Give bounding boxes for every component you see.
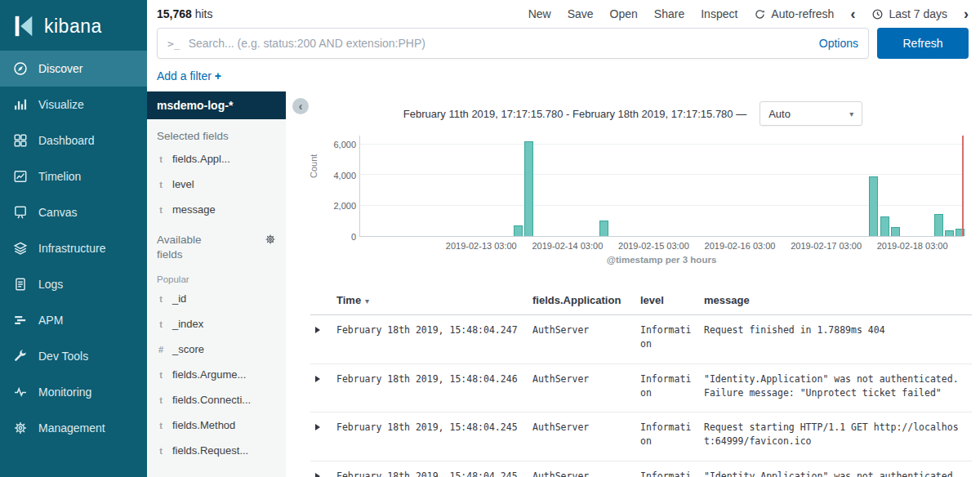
sidebar-item-timelion[interactable]: Timelion (0, 158, 147, 194)
heartbeat-icon (13, 385, 28, 399)
sidebar-item-monitoring[interactable]: Monitoring (0, 374, 147, 410)
field-item-fields-arguments[interactable]: t fields.Argume... (147, 362, 286, 387)
field-item-score[interactable]: # _score (147, 337, 286, 362)
options-link[interactable]: Options (819, 37, 858, 50)
y-tick-label: 4,000 (333, 171, 356, 181)
column-header-message[interactable]: message (699, 288, 972, 315)
infrastructure-icon (13, 241, 28, 256)
field-item-level[interactable]: t level (147, 172, 286, 197)
histogram-bar[interactable] (869, 176, 878, 236)
gridline (360, 174, 964, 175)
cell-level: Information (635, 315, 699, 364)
inspect-button[interactable]: Inspect (701, 7, 737, 20)
time-prev-button[interactable]: ‹ (850, 7, 855, 21)
wrench-icon (13, 349, 28, 363)
sidebar-item-label: Dev Tools (38, 350, 88, 363)
chevron-down-icon: ▾ (849, 109, 853, 118)
canvas-icon (13, 205, 28, 220)
field-item-index[interactable]: t _index (147, 311, 286, 337)
field-item-fields-request[interactable]: t fields.Request... (147, 438, 286, 463)
share-button[interactable]: Share (654, 7, 684, 20)
sidebar-item-infrastructure[interactable]: Infrastructure (0, 230, 147, 266)
dashboard-icon (13, 133, 28, 148)
refresh-button[interactable]: Refresh (877, 28, 969, 59)
column-header-time[interactable]: Time▾ (332, 288, 528, 315)
field-settings-gear-icon[interactable] (265, 234, 276, 245)
field-type-icon: t (157, 154, 165, 164)
kibana-app: kibana Discover Visualize Dashboard Time… (0, 0, 980, 477)
time-range-button[interactable]: Last 7 days (871, 7, 947, 20)
field-type-icon: t (157, 180, 165, 189)
field-type-icon: t (157, 421, 165, 430)
field-name: fields.Method (172, 419, 235, 431)
search-row: >_ Options Refresh (147, 28, 980, 65)
hits-value: 15,768 (157, 7, 192, 20)
open-button[interactable]: Open (610, 7, 638, 20)
cell-time: February 18th 2019, 15:48:04.245 (332, 412, 528, 461)
histogram-bar[interactable] (524, 141, 533, 236)
fields-panel: msdemo-log-* Selected fields t fields.Ap… (147, 91, 286, 477)
histogram-bar[interactable] (880, 216, 889, 236)
new-button[interactable]: New (528, 7, 551, 20)
discover-icon (13, 61, 28, 76)
histogram-bar[interactable] (934, 214, 943, 236)
kibana-logo[interactable]: kibana (0, 0, 147, 51)
sidebar-item-canvas[interactable]: Canvas (0, 194, 147, 230)
sidebar-item-management[interactable]: Management (0, 410, 147, 446)
discover-main: ‹ February 11th 2019, 17:17:15.780 - Feb… (286, 91, 980, 477)
field-item-message[interactable]: t message (147, 197, 286, 222)
histogram-bar[interactable] (514, 225, 523, 236)
histogram-plot[interactable]: 2019-02-13 03:002019-02-14 03:002019-02-… (359, 136, 964, 237)
collapse-histogram-button[interactable]: ‹ (292, 98, 309, 114)
index-pattern-selector[interactable]: msdemo-log-* (147, 91, 286, 119)
sidebar-item-label: Infrastructure (38, 242, 105, 255)
time-range-label: Last 7 days (889, 7, 947, 20)
cell-message: Request starting HTTP/1.1 GET http://loc… (699, 412, 972, 461)
histogram-bar[interactable] (599, 221, 608, 236)
auto-refresh-label: Auto-refresh (771, 7, 834, 20)
interval-select[interactable]: Auto ▾ (760, 101, 862, 126)
column-header-level[interactable]: level (635, 288, 699, 315)
sidebar-item-dashboard[interactable]: Dashboard (0, 123, 147, 158)
field-item-fields-application[interactable]: t fields.Appl... (147, 146, 286, 172)
cell-message: Request finished in 1.7889ms 404 (699, 315, 972, 364)
column-header-application[interactable]: fields.Application (528, 288, 635, 315)
field-type-icon: t (157, 370, 165, 380)
sidebar-item-discover[interactable]: Discover (0, 51, 147, 87)
save-button[interactable]: Save (568, 7, 594, 20)
sidebar-item-apm[interactable]: APM (0, 302, 147, 338)
field-name: level (172, 178, 194, 190)
search-input[interactable] (189, 37, 819, 50)
expand-row-button[interactable] (315, 327, 320, 333)
gridline (360, 144, 964, 145)
sidebar-item-label: APM (38, 314, 63, 327)
field-item-id[interactable]: t _id (147, 286, 286, 311)
y-tick-label: 6,000 (333, 140, 356, 149)
sidebar-item-logs[interactable]: Logs (0, 266, 147, 302)
nav-list: Discover Visualize Dashboard Timelion Ca… (0, 51, 147, 446)
cell-application: AuthServer (528, 461, 635, 477)
logs-icon (13, 277, 28, 292)
x-axis-caption: @timestamp per 3 hours (359, 255, 964, 265)
field-item-fields-method[interactable]: t fields.Method (147, 412, 286, 438)
histogram-bar[interactable] (891, 227, 900, 236)
time-next-button[interactable]: › (964, 7, 969, 21)
query-prompt-icon: >_ (167, 38, 180, 50)
sort-caret-icon: ▾ (365, 296, 369, 305)
field-name: _id (172, 292, 186, 305)
expand-row-button[interactable] (315, 473, 320, 477)
expand-row-button[interactable] (315, 424, 320, 430)
selected-fields-header: Selected fields (147, 119, 286, 146)
cell-level: Information (635, 412, 699, 461)
discover-content: msdemo-log-* Selected fields t fields.Ap… (147, 91, 980, 477)
add-filter-link[interactable]: Add a filter + (157, 69, 221, 82)
sidebar-item-dev-tools[interactable]: Dev Tools (0, 338, 147, 374)
available-fields-header: Available fields (147, 222, 212, 266)
field-item-fields-connection[interactable]: t fields.Connecti... (147, 387, 286, 412)
sidebar-item-label: Visualize (38, 98, 84, 111)
sidebar-item-visualize[interactable]: Visualize (0, 87, 147, 123)
field-name: _index (172, 318, 203, 330)
histogram-bar[interactable] (945, 230, 954, 236)
expand-row-button[interactable] (315, 376, 320, 382)
auto-refresh-button[interactable]: Auto-refresh (754, 7, 834, 20)
